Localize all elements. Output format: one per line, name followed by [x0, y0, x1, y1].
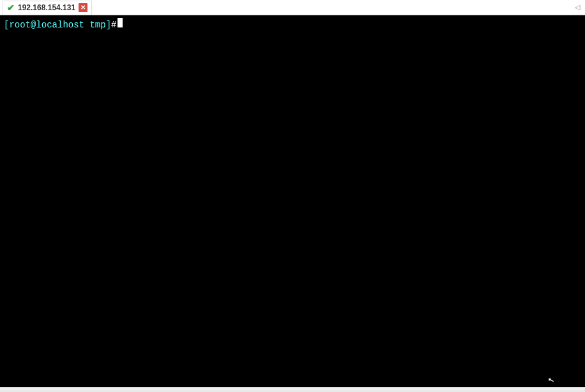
terminal[interactable]: [root@localhost tmp]# ↖: [0, 15, 585, 387]
close-icon: ✕: [80, 4, 86, 11]
session-tab[interactable]: ✔ 192.168.154.131 ✕: [3, 1, 92, 15]
prompt-user-host: [root@localhost tmp]: [4, 19, 111, 31]
close-tab-button[interactable]: ✕: [79, 3, 87, 12]
horizontal-scrollbar[interactable]: [0, 387, 585, 392]
connected-checkmark-icon: ✔: [7, 3, 15, 12]
tab-title: 192.168.154.131: [18, 3, 75, 12]
tab-bar-right: ◁: [575, 3, 585, 11]
prompt-line: [root@localhost tmp]#: [4, 18, 581, 31]
prompt-symbol: #: [111, 19, 116, 31]
terminal-cursor: [118, 18, 123, 27]
tab-bar: ✔ 192.168.154.131 ✕ ◁: [0, 0, 585, 15]
scroll-left-icon[interactable]: ◁: [575, 3, 580, 11]
tab-group: ✔ 192.168.154.131 ✕: [3, 1, 92, 15]
mouse-cursor-icon: ↖: [547, 373, 556, 386]
